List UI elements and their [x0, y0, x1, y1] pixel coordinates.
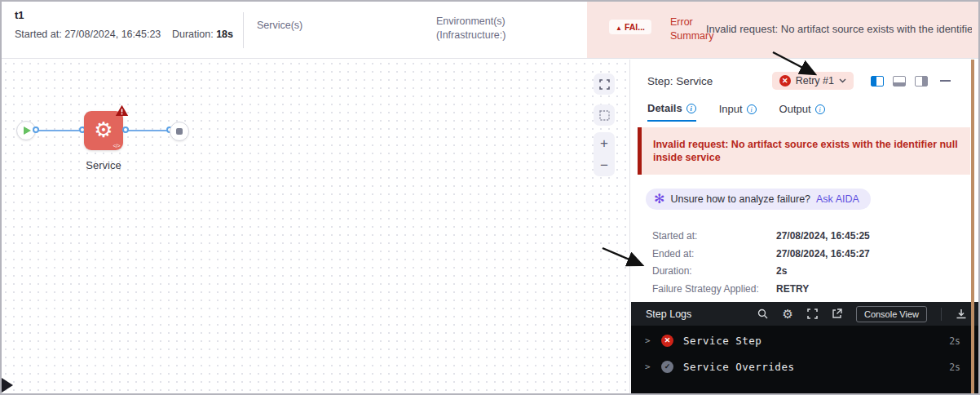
- template-code-icon: </>: [113, 143, 120, 149]
- header-divider: [243, 12, 244, 48]
- detail-row-duration: Duration: 2s: [652, 265, 978, 277]
- selection-icon: [599, 110, 610, 121]
- expand-icon: [599, 79, 610, 90]
- pipeline-name: t1: [15, 9, 233, 21]
- search-icon[interactable]: [757, 308, 768, 319]
- pipeline-canvas[interactable]: ⚙ </> Service + −: [2, 60, 630, 393]
- chevron-down-icon: [839, 78, 846, 83]
- panel-scrollbar[interactable]: [971, 60, 974, 393]
- services-label: Service(s): [257, 20, 302, 31]
- expand-chevron-icon[interactable]: >: [645, 362, 661, 372]
- panel-title: Step: Service: [647, 75, 713, 87]
- service-step-node[interactable]: ⚙ </>: [84, 111, 123, 150]
- step-details-panel: Step: Service ✕ Retry #1 Detailsi Inputi: [631, 60, 978, 393]
- ask-aida-link[interactable]: Ask AIDA: [816, 193, 859, 205]
- retry-attempt-dropdown[interactable]: ✕ Retry #1: [772, 72, 854, 90]
- download-logs-icon[interactable]: [956, 308, 967, 319]
- environments-label: Environment(s) (Infrastructure:): [436, 15, 505, 42]
- end-node[interactable]: [170, 122, 189, 141]
- info-icon: i: [747, 104, 757, 114]
- connector-port: [33, 126, 39, 133]
- stop-icon: [176, 128, 183, 135]
- console-header: Step Logs ⚙ Console View: [631, 302, 978, 326]
- started-at-text: Started at: 27/08/2024, 16:45:23: [15, 29, 161, 40]
- aida-sparkle-icon: ✻: [654, 193, 664, 206]
- execution-window: t1 Started at: 27/08/2024, 16:45:23 Dura…: [0, 0, 980, 395]
- canvas-fullscreen-button[interactable]: [594, 73, 615, 95]
- canvas-select-button[interactable]: [594, 104, 615, 126]
- tab-output[interactable]: Outputi: [779, 102, 825, 122]
- error-summary-text: Invalid request: No artifact source exis…: [706, 23, 972, 35]
- ask-aida-pill[interactable]: ✻ Unsure how to analyze failure? Ask AID…: [646, 189, 871, 210]
- gear-icon: ⚙: [84, 118, 123, 142]
- infrastructure-label: (Infrastructure:): [436, 29, 505, 42]
- expand-chevron-icon[interactable]: >: [645, 335, 661, 346]
- detail-row-started-at: Started at: 27/08/2024, 16:45:25: [652, 230, 978, 242]
- info-icon: i: [686, 104, 696, 113]
- connector-port: [122, 126, 129, 133]
- failed-status-badge: ▲FAI...: [609, 20, 651, 34]
- canvas-zoom-controls: + −: [594, 132, 615, 176]
- log-entry-service-overrides[interactable]: > ✓ Service Overrides 2s: [631, 356, 978, 378]
- console-view-button[interactable]: Console View: [856, 306, 927, 322]
- layout-right-panel-button[interactable]: [915, 76, 928, 87]
- detail-row-ended-at: Ended at: 27/08/2024, 16:45:27: [652, 248, 978, 260]
- step-logs-console: Step Logs ⚙ Console View: [631, 302, 978, 393]
- log-settings-gear-icon[interactable]: ⚙: [782, 307, 792, 322]
- step-node-label: Service: [63, 159, 144, 171]
- info-icon: i: [815, 104, 825, 114]
- tab-input[interactable]: Inputi: [719, 102, 757, 122]
- duration-text: Duration: 18s: [172, 29, 233, 40]
- detail-row-failure-strategy: Failure Strategy Applied: RETRY: [652, 283, 978, 295]
- success-status-icon: ✓: [661, 361, 673, 373]
- zoom-out-button[interactable]: −: [594, 154, 615, 176]
- console-divider: [941, 308, 942, 321]
- edge-step-to-end: [126, 130, 171, 131]
- log-entry-service-step[interactable]: > ✕ Service Step 2s: [631, 330, 978, 352]
- step-failed-warning-icon: [115, 104, 129, 117]
- error-summary-zone: ▲FAI... Error Summary Invalid request: N…: [587, 2, 978, 58]
- edge-start-to-step: [38, 130, 83, 131]
- console-title: Step Logs: [646, 308, 691, 320]
- failed-status-icon: ✕: [661, 335, 673, 347]
- open-in-new-icon[interactable]: [832, 308, 842, 319]
- execution-header: t1 Started at: 27/08/2024, 16:45:23 Dura…: [2, 2, 978, 59]
- failed-circle-icon: ✕: [779, 75, 791, 87]
- layout-bottom-panel-button[interactable]: [893, 76, 906, 87]
- layout-left-panel-button[interactable]: [871, 76, 884, 87]
- pipeline-info: t1 Started at: 27/08/2024, 16:45:23 Dura…: [15, 9, 233, 40]
- step-error-banner: Invalid request: No artifact source exis…: [638, 127, 970, 175]
- step-details-list: Started at: 27/08/2024, 16:45:25 Ended a…: [652, 230, 978, 312]
- minimize-panel-button[interactable]: [940, 80, 951, 82]
- tab-details[interactable]: Detailsi: [647, 102, 696, 122]
- warning-icon: ▲: [616, 24, 622, 32]
- play-icon: [24, 126, 31, 135]
- fullscreen-icon[interactable]: [807, 308, 818, 319]
- detail-tabs: Detailsi Inputi Outputi: [631, 102, 978, 122]
- zoom-in-button[interactable]: +: [594, 132, 615, 154]
